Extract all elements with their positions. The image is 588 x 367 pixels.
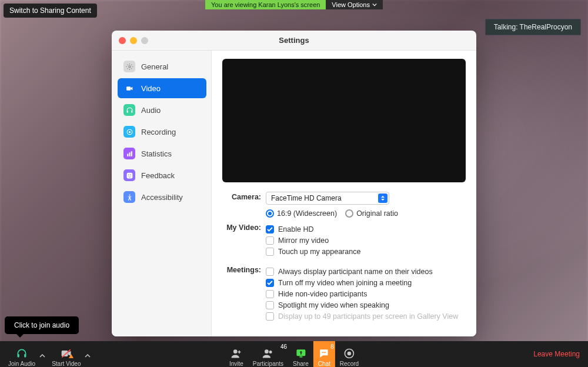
window-close-button[interactable] bbox=[119, 37, 126, 44]
camera-off-icon bbox=[61, 348, 72, 359]
invite-icon bbox=[230, 348, 242, 359]
view-options-label: View Options bbox=[332, 1, 370, 8]
sidebar-item-label: Recording bbox=[141, 128, 176, 136]
participants-button[interactable]: 46 Participants bbox=[248, 341, 288, 367]
camera-select[interactable]: FaceTime HD Camera bbox=[266, 192, 389, 205]
record-button[interactable]: Record bbox=[335, 341, 363, 367]
settings-sidebar: GeneralVideoAudioRecordingStatisticsFeed… bbox=[112, 51, 212, 336]
settings-window: Settings GeneralVideoAudioRecordingStati… bbox=[112, 31, 476, 336]
leave-meeting-button[interactable]: Leave Meeting bbox=[533, 350, 580, 358]
svg-rect-3 bbox=[131, 111, 132, 113]
meetings-checkbox-3[interactable]: Spotlight my video when speaking bbox=[266, 301, 466, 309]
window-zoom-button[interactable] bbox=[141, 37, 148, 44]
checkbox-checked-icon bbox=[266, 225, 274, 233]
svg-point-22 bbox=[322, 352, 323, 353]
sidebar-item-recording[interactable]: Recording bbox=[118, 122, 206, 142]
window-minimize-button[interactable] bbox=[130, 37, 137, 44]
settings-content: Camera: FaceTime HD Camera 16:9 (Widescr… bbox=[212, 51, 476, 336]
checkbox-label: Enable HD bbox=[278, 225, 313, 233]
chat-icon bbox=[318, 348, 330, 359]
checkbox-icon bbox=[266, 290, 274, 298]
svg-point-19 bbox=[269, 351, 272, 353]
sidebar-item-accessibility[interactable]: Accessibility bbox=[118, 187, 206, 207]
my-video-checkbox-2[interactable]: Touch up my appearance bbox=[266, 248, 466, 256]
sidebar-item-label: Feedback bbox=[141, 171, 175, 180]
meetings-checkbox-4: Display up to 49 participants per screen… bbox=[266, 312, 466, 321]
aspect-ratio-original-radio[interactable]: Original ratio bbox=[345, 209, 398, 218]
my-video-checkbox-0[interactable]: Enable HD bbox=[266, 225, 466, 233]
viewing-screen-label: You are viewing Karan Lyons's screen bbox=[205, 0, 326, 9]
sidebar-item-label: Video bbox=[141, 84, 161, 93]
checkbox-icon bbox=[266, 312, 274, 321]
sidebar-item-statistics[interactable]: Statistics bbox=[118, 144, 206, 164]
camera-icon bbox=[123, 82, 135, 94]
aspect-ratio-widescreen-radio[interactable]: 16:9 (Widescreen) bbox=[266, 209, 337, 218]
svg-rect-15 bbox=[61, 351, 68, 356]
meetings-checkbox-1[interactable]: Turn off my video when joining a meeting bbox=[266, 279, 466, 287]
screen-share-banner: You are viewing Karan Lyons's screen Vie… bbox=[205, 0, 383, 9]
headphones-icon bbox=[16, 348, 28, 359]
camera-label: Camera: bbox=[222, 192, 266, 201]
svg-rect-1 bbox=[126, 86, 131, 91]
view-options-dropdown[interactable]: View Options bbox=[326, 0, 383, 9]
meetings-checkbox-0[interactable]: Always display participant name on their… bbox=[266, 268, 466, 276]
checkbox-checked-icon bbox=[266, 279, 274, 287]
svg-point-12 bbox=[129, 194, 130, 195]
sidebar-item-label: Accessibility bbox=[141, 193, 183, 202]
sidebar-item-video[interactable]: Video bbox=[118, 78, 206, 98]
svg-rect-21 bbox=[299, 356, 302, 358]
meetings-checkbox-2[interactable]: Hide non-video participants bbox=[266, 290, 466, 298]
talking-indicator: Talking: TheRealProcyon bbox=[485, 19, 581, 35]
radio-off-icon bbox=[345, 209, 353, 218]
sidebar-item-label: General bbox=[141, 62, 168, 71]
svg-rect-9 bbox=[126, 172, 132, 178]
stats-icon bbox=[123, 148, 135, 159]
svg-point-26 bbox=[348, 352, 352, 356]
svg-point-11 bbox=[130, 174, 131, 175]
gear-icon bbox=[123, 61, 135, 72]
audio-options-caret[interactable] bbox=[38, 353, 47, 359]
svg-rect-13 bbox=[18, 354, 19, 358]
record-icon bbox=[123, 126, 135, 138]
sidebar-item-general[interactable]: General bbox=[118, 56, 206, 76]
svg-rect-2 bbox=[126, 111, 128, 113]
checkbox-label: Turn off my video when joining a meeting bbox=[278, 279, 412, 287]
share-button[interactable]: Share bbox=[288, 341, 313, 367]
chat-button[interactable]: 8 Chat bbox=[313, 341, 335, 367]
svg-rect-14 bbox=[24, 354, 26, 358]
checkbox-label: Display up to 49 participants per screen… bbox=[278, 312, 458, 321]
checkbox-label: Touch up my appearance bbox=[278, 248, 360, 256]
sidebar-item-feedback[interactable]: Feedback bbox=[118, 165, 206, 185]
checkbox-icon bbox=[266, 268, 274, 276]
sidebar-item-audio[interactable]: Audio bbox=[118, 100, 206, 120]
sidebar-item-label: Audio bbox=[141, 106, 161, 115]
window-titlebar: Settings bbox=[112, 31, 476, 51]
chevron-down-icon bbox=[372, 2, 377, 7]
start-video-button[interactable]: Start Video bbox=[47, 341, 85, 367]
my-video-label: My Video: bbox=[222, 222, 266, 232]
warning-icon bbox=[69, 354, 74, 358]
access-icon bbox=[123, 191, 135, 203]
share-screen-icon bbox=[295, 348, 306, 359]
my-video-checkbox-1[interactable]: Mirror my video bbox=[266, 236, 466, 245]
window-title: Settings bbox=[112, 36, 476, 45]
switch-to-sharing-content-button[interactable]: Switch to Sharing Content bbox=[4, 4, 97, 18]
svg-point-5 bbox=[128, 131, 130, 132]
smile-icon bbox=[123, 169, 135, 181]
checkbox-icon bbox=[266, 301, 274, 309]
svg-point-18 bbox=[265, 349, 269, 353]
svg-rect-6 bbox=[127, 154, 128, 156]
invite-button[interactable]: Invite bbox=[225, 341, 248, 367]
svg-point-17 bbox=[233, 349, 238, 353]
join-audio-tooltip: Click to join audio bbox=[5, 316, 79, 334]
join-audio-button[interactable]: Join Audio bbox=[4, 341, 40, 367]
video-options-caret[interactable] bbox=[83, 353, 92, 359]
chat-count: 8 bbox=[330, 343, 334, 350]
checkbox-label: Hide non-video participants bbox=[278, 290, 367, 298]
svg-rect-7 bbox=[129, 152, 130, 156]
svg-point-10 bbox=[128, 174, 129, 175]
record-icon bbox=[343, 348, 355, 359]
select-stepper-icon bbox=[378, 193, 387, 203]
sidebar-item-label: Statistics bbox=[141, 149, 172, 158]
checkbox-icon bbox=[266, 236, 274, 245]
